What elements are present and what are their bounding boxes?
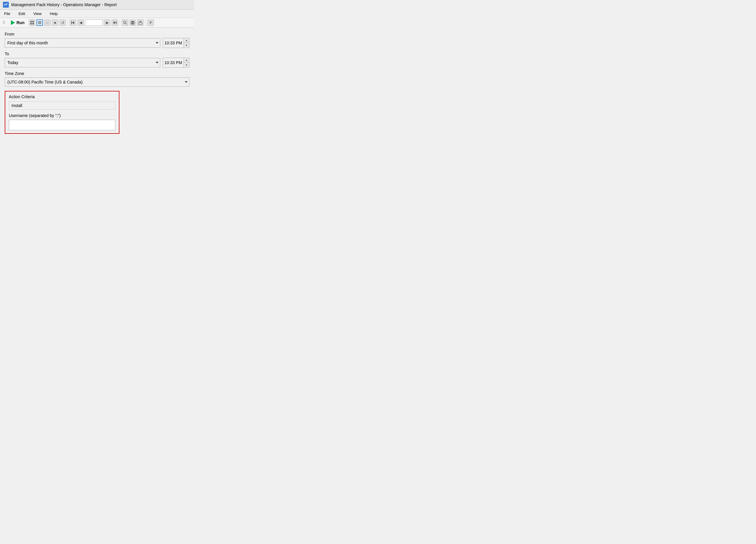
to-time-up-button[interactable]: ▲ [184,58,189,63]
first-page-button[interactable] [70,19,76,26]
timezone-dropdown[interactable]: (UTC-08:00) Pacific Time (US & Canada) [5,77,189,87]
svg-rect-15 [131,23,134,24]
svg-rect-16 [139,22,142,24]
svg-rect-9 [116,21,116,24]
from-dropdown-container: First day of this month [5,38,160,48]
svg-line-12 [126,23,127,24]
play-icon [11,20,15,25]
menu-file[interactable]: File [3,11,11,16]
svg-marker-10 [114,21,116,24]
main-content: From First day of this month 10:33 PM ▲ … [0,28,194,138]
to-time-spin: ▲ ▼ [184,58,189,67]
from-time-group: 10:33 PM ▲ ▼ [163,38,189,48]
username-input[interactable] [9,120,115,130]
to-label: To [5,51,189,56]
back-icon: ← [46,21,49,25]
prev-icon: ◀ [79,21,82,25]
svg-rect-5 [38,22,41,23]
timezone-dropdown-container: (UTC-08:00) Pacific Time (US & Canada) [5,77,189,87]
stop-button[interactable]: ■ [52,19,58,26]
svg-rect-3 [32,23,34,24]
timezone-row: Time Zone (UTC-08:00) Pacific Time (US &… [5,71,189,87]
svg-rect-1 [32,21,34,22]
svg-rect-13 [131,21,134,22]
menu-view[interactable]: View [32,11,43,16]
from-time-up-button[interactable]: ▲ [184,38,189,43]
from-time-spin: ▲ ▼ [184,38,189,48]
back-button[interactable]: ← [44,19,51,26]
to-time-down-button[interactable]: ▼ [184,63,189,67]
to-row: Today 10:33 PM ▲ ▼ [5,58,189,68]
to-time-group: 10:33 PM ▲ ▼ [163,58,189,68]
title-bar: Management Pack History - Operations Man… [0,0,194,10]
username-label: Username (separated by ";") [9,113,115,118]
from-dropdown[interactable]: First day of this month [5,38,160,48]
criteria-section: Action Criteria Install Username (separa… [5,91,119,134]
refresh-button[interactable]: ↺ [59,19,66,26]
action-criteria-value: Install [9,102,115,110]
from-time-down-button[interactable]: ▼ [184,43,189,48]
refresh-icon: ↺ [61,21,64,25]
to-dropdown[interactable]: Today [5,58,160,67]
last-page-button[interactable] [111,19,118,26]
app-icon [3,2,9,8]
svg-rect-6 [38,24,41,24]
toolbar-handle: ⠿ [2,20,5,25]
toolbar-separator-1 [68,19,68,26]
zoom-button[interactable] [122,19,128,26]
from-row: First day of this month 10:33 PM ▲ ▼ [5,38,189,48]
menu-edit[interactable]: Edit [17,11,26,16]
svg-marker-8 [72,21,74,24]
menu-help[interactable]: Help [49,11,59,16]
to-time-input[interactable]: 10:33 PM [163,58,184,67]
action-criteria-label: Action Criteria [9,94,115,99]
svg-rect-4 [38,21,41,22]
report-view-button[interactable] [36,19,43,26]
next-page-button[interactable]: ▶ [104,19,110,26]
grid-view-button[interactable] [29,19,35,26]
svg-marker-17 [139,21,141,22]
more-icon: P [150,21,152,24]
stop-icon: ■ [54,21,56,24]
toolbar-separator-3 [145,19,146,26]
run-label: Run [16,20,24,25]
more-button[interactable]: P [147,19,154,26]
from-time-input[interactable]: 10:33 PM [163,38,184,48]
svg-rect-7 [71,21,72,24]
svg-point-11 [124,21,126,24]
page-number-input[interactable] [85,19,103,26]
menu-bar: File Edit View Help [0,10,194,18]
print-button[interactable] [129,19,136,26]
toolbar-separator-2 [120,19,120,26]
svg-rect-2 [30,23,32,24]
window-title: Management Pack History - Operations Man… [11,2,117,7]
to-dropdown-container: Today [5,58,160,67]
timezone-label: Time Zone [5,71,189,76]
toolbar: ⠿ Run ← ■ ↺ ◀ ▶ [0,18,194,28]
run-button[interactable]: Run [8,19,28,26]
next-icon: ▶ [106,21,109,25]
from-label: From [5,32,189,36]
export-button[interactable] [137,19,144,26]
prev-page-button[interactable]: ◀ [77,19,84,26]
svg-rect-0 [30,21,32,22]
